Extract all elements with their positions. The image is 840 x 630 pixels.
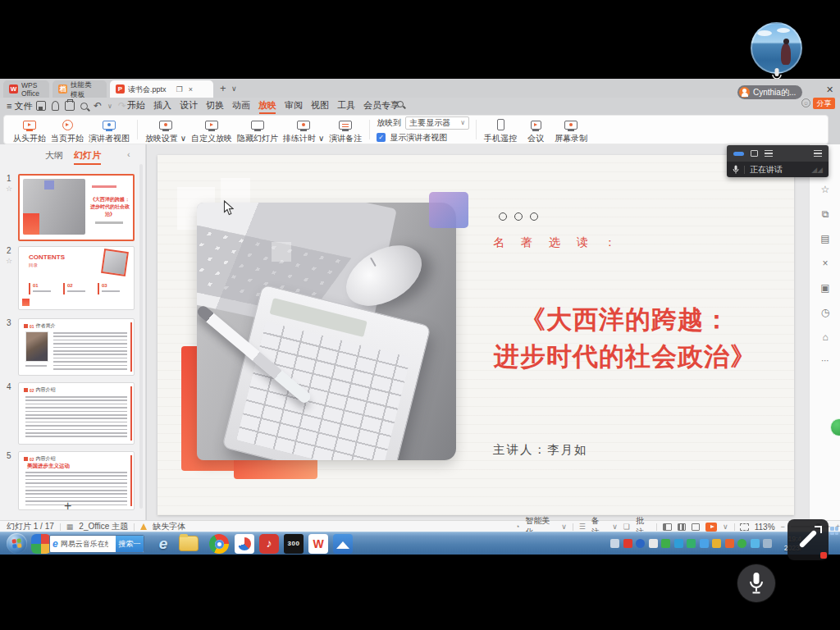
meeting-settings-icon[interactable]: [814, 150, 822, 157]
tray-icon[interactable]: [700, 539, 709, 548]
slide-thumbnail-4[interactable]: 4 02 内容介绍: [18, 382, 135, 445]
tab-template[interactable]: 档 技能类模板: [52, 80, 107, 98]
menu-animation[interactable]: 动画: [228, 98, 254, 114]
meeting-button[interactable]: 会议: [519, 117, 552, 144]
tag-icon[interactable]: ⌂: [819, 331, 831, 343]
taskbar-search-box[interactable]: e 网易云音乐在线听网... 搜索一下: [49, 535, 144, 553]
chart-icon[interactable]: ▤: [819, 233, 831, 244]
presenter-view-button[interactable]: 演讲者视图: [86, 117, 132, 144]
show-settings-button[interactable]: 放映设置 ∨: [143, 117, 189, 144]
play-slideshow-button[interactable]: [705, 523, 717, 532]
slide-thumbnail-5[interactable]: 5 02 内容介绍 美国进步主义运动: [18, 451, 135, 510]
zoom-out-icon[interactable]: −: [781, 523, 785, 531]
tab-list-chevron[interactable]: ∨: [231, 84, 237, 93]
custom-show-button[interactable]: 自定义放映: [189, 117, 235, 144]
file-menu[interactable]: ≡ 文件: [7, 98, 32, 114]
baidu-netdisk-icon[interactable]: [235, 534, 254, 554]
black-app-icon[interactable]: 300: [284, 534, 304, 554]
file-explorer-icon[interactable]: [179, 536, 199, 551]
tab-slides[interactable]: 幻灯片: [74, 148, 101, 165]
internet-explorer-icon[interactable]: e: [153, 534, 173, 554]
favorite-star-icon[interactable]: ☆: [819, 184, 831, 195]
display-target-select[interactable]: 主要显示器 ∨: [405, 116, 469, 130]
start-button[interactable]: [7, 533, 27, 554]
microphone-button[interactable]: [737, 564, 775, 602]
speaker-notes-button[interactable]: 演讲备注: [326, 117, 364, 144]
print-preview-icon[interactable]: [80, 103, 88, 110]
presenter-view-checkbox[interactable]: ✓: [377, 133, 386, 142]
save-icon[interactable]: [36, 101, 46, 111]
sorter-view-icon[interactable]: [678, 523, 686, 531]
collapse-panel-icon[interactable]: ‹: [127, 149, 130, 159]
more-icon[interactable]: ⋯: [819, 356, 831, 365]
menu-tools[interactable]: 工具: [333, 98, 359, 114]
reading-view-icon[interactable]: [692, 523, 700, 531]
tray-icon[interactable]: [610, 539, 619, 548]
search-icon[interactable]: [397, 101, 406, 110]
tab-pin-icon[interactable]: ❐: [176, 85, 183, 94]
slide-title[interactable]: 《大西洋的跨越： 进步时代的社会政治》: [461, 301, 789, 375]
slide-presenter[interactable]: 主讲人：李月如: [493, 442, 588, 458]
tray-icon[interactable]: [725, 539, 734, 548]
meeting-blue-indicator[interactable]: [733, 152, 744, 156]
print-icon[interactable]: [65, 101, 75, 111]
chrome-icon[interactable]: [209, 534, 229, 554]
slide-kicker[interactable]: 名 著 选 读 ：: [493, 235, 623, 250]
sidebar-scrollbar[interactable]: [139, 164, 143, 509]
netease-music-icon[interactable]: ♪: [259, 534, 279, 554]
menu-home[interactable]: 开始: [123, 98, 149, 114]
screen-record-button[interactable]: 屏幕录制: [552, 117, 590, 144]
menu-insert[interactable]: 插入: [149, 98, 176, 114]
slide-thumbnail-2[interactable]: 2 ☆ CONTENTS 目录 01 02 03: [18, 246, 135, 310]
meeting-list-icon[interactable]: [765, 150, 773, 157]
search-go-button[interactable]: 搜索一下: [116, 535, 144, 553]
theme-name[interactable]: 2_Office 主题: [79, 521, 128, 532]
new-tab-button[interactable]: +: [220, 82, 226, 94]
tray-icon[interactable]: [737, 539, 746, 548]
slide-thumbnail-1[interactable]: 1 ☆ 《大西洋的跨越： 进步时代的社会政治》: [18, 174, 135, 241]
from-beginning-button[interactable]: 从头开始: [11, 117, 48, 144]
tab-outline[interactable]: 大纲: [45, 148, 63, 162]
menu-review[interactable]: 审阅: [281, 98, 307, 114]
slide-photo[interactable]: [197, 203, 456, 460]
clipboard-icon[interactable]: [52, 101, 59, 111]
cut-icon[interactable]: ×: [819, 258, 831, 269]
menu-design[interactable]: 设计: [176, 98, 202, 114]
tab-document-active[interactable]: P 读书会.pptx ❐ ×: [110, 80, 213, 98]
tab-close-icon[interactable]: ×: [189, 85, 193, 94]
slide-editor[interactable]: 名 著 选 读 ： 《大西洋的跨越： 进步时代的社会政治》 主讲人：李月如: [158, 155, 794, 515]
tray-icon[interactable]: [649, 539, 658, 548]
menu-view[interactable]: 视图: [307, 98, 333, 114]
undo-icon[interactable]: ↶: [94, 100, 102, 112]
menu-transition[interactable]: 切换: [202, 98, 228, 114]
menu-slideshow[interactable]: 放映: [254, 98, 281, 114]
from-current-button[interactable]: 当页开始: [48, 117, 86, 144]
show-desktop-icon[interactable]: [830, 527, 838, 535]
zoom-level[interactable]: 113%: [755, 523, 775, 532]
tray-icon[interactable]: [687, 539, 696, 548]
phone-remote-button[interactable]: 手机遥控: [482, 117, 519, 144]
close-button[interactable]: ✕: [826, 84, 833, 95]
blue-app-icon[interactable]: [333, 534, 353, 554]
missing-font-warning[interactable]: 缺失字体: [153, 521, 185, 532]
slide-thumbnail-3[interactable]: 3 01 作者简介: [18, 318, 135, 376]
annotation-tool-overlay[interactable]: [788, 519, 829, 560]
tray-icon[interactable]: [712, 539, 721, 548]
fit-window-icon[interactable]: [740, 523, 748, 531]
tray-icon[interactable]: [636, 539, 645, 548]
wps-taskbar-icon[interactable]: W: [308, 534, 328, 554]
history-icon[interactable]: ◷: [819, 307, 831, 318]
rehearse-button[interactable]: 排练计时 ∨: [281, 117, 326, 144]
undo-chevron[interactable]: ∨: [107, 103, 112, 110]
tab-wps-home[interactable]: W WPS Office: [3, 80, 49, 98]
tray-icon[interactable]: [751, 539, 760, 548]
tray-icon[interactable]: [661, 539, 670, 548]
normal-view-icon[interactable]: [663, 523, 671, 531]
meeting-window-icon[interactable]: [751, 150, 758, 157]
frame-icon[interactable]: ▣: [819, 282, 831, 294]
tray-icon[interactable]: [623, 539, 632, 548]
taskbar-app-icon[interactable]: [31, 534, 51, 554]
hide-slide-button[interactable]: 隐藏幻灯片: [235, 117, 281, 144]
tray-icon[interactable]: [674, 539, 683, 548]
layers-icon[interactable]: ⧉: [819, 208, 831, 220]
